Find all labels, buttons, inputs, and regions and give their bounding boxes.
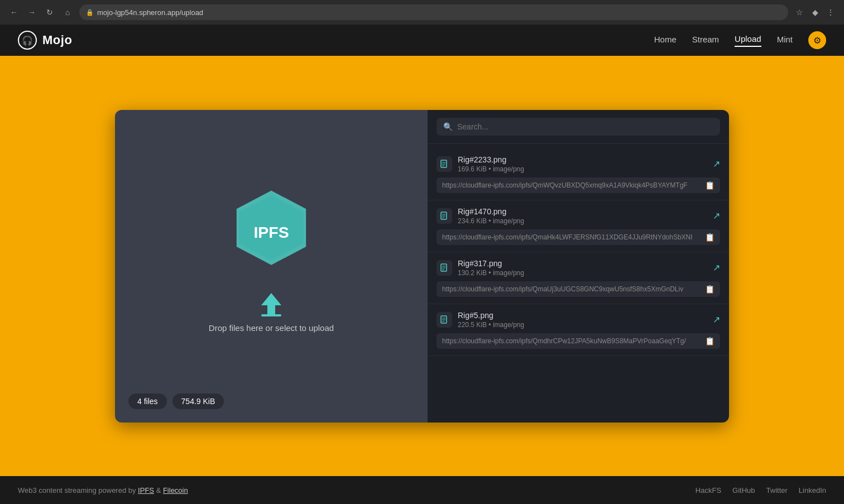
file-url: https://cloudflare-ipfs.com/ipfs/QmaHk4L… bbox=[442, 233, 701, 241]
copy-icon[interactable]: 📋 bbox=[705, 337, 714, 345]
file-icon bbox=[437, 260, 452, 276]
forward-button[interactable]: → bbox=[25, 5, 39, 20]
file-url: https://cloudflare-ipfs.com/ipfs/QmaUj3u… bbox=[442, 285, 701, 293]
search-wrapper: 🔍 bbox=[437, 118, 720, 136]
file-url: https://cloudflare-ipfs.com/ipfs/QmdhrCP… bbox=[442, 337, 701, 345]
address-bar[interactable]: 🔒 mojo-lgp54n.spheron.app/upload bbox=[79, 4, 788, 20]
nav-home[interactable]: Home bbox=[654, 35, 677, 46]
file-name: Rig#2233.png bbox=[458, 155, 524, 164]
svg-text:IPFS: IPFS bbox=[253, 223, 289, 241]
main-content: IPFS Drop files here or select to upload… bbox=[0, 56, 844, 476]
logo-icon: 🎧 bbox=[18, 31, 37, 50]
search-icon: 🔍 bbox=[443, 122, 453, 131]
file-name: Rig#1470.png bbox=[458, 207, 524, 216]
refresh-button[interactable]: ↻ bbox=[42, 5, 57, 20]
file-item[interactable]: Rig#2233.png 169.6 KiB • image/png ↗ htt… bbox=[428, 148, 729, 200]
footer-right: HackFSGitHubTwitterLinkedIn bbox=[696, 486, 826, 495]
file-list: Rig#2233.png 169.6 KiB • image/png ↗ htt… bbox=[428, 144, 729, 423]
drop-text: Drop files here or select to upload bbox=[209, 323, 334, 333]
file-badges: 4 files 754.9 KiB bbox=[128, 393, 224, 409]
ipfs-logo: IPFS bbox=[227, 188, 316, 277]
file-item[interactable]: Rig#5.png 220.5 KiB • image/png ↗ https:… bbox=[428, 304, 729, 356]
file-name: Rig#5.png bbox=[458, 311, 524, 320]
file-url-row: https://cloudflare-ipfs.com/ipfs/QmaHk4L… bbox=[437, 229, 720, 245]
nav-upload[interactable]: Upload bbox=[735, 34, 761, 47]
copy-icon[interactable]: 📋 bbox=[705, 233, 714, 242]
drop-zone[interactable]: IPFS Drop files here or select to upload… bbox=[115, 110, 428, 423]
file-icon bbox=[437, 208, 452, 224]
nav-links: Home Stream Upload Mint ⚙ bbox=[654, 31, 826, 49]
browser-nav: ← → ↻ ⌂ bbox=[7, 5, 75, 20]
file-url-row: https://cloudflare-ipfs.com/ipfs/QmaUj3u… bbox=[437, 281, 720, 297]
file-icon bbox=[437, 312, 452, 328]
search-input[interactable] bbox=[457, 122, 713, 131]
home-button[interactable]: ⌂ bbox=[60, 5, 75, 20]
footer-text: Web3 content streaming powered by bbox=[18, 486, 138, 495]
extension-icon[interactable]: ◆ bbox=[808, 6, 822, 19]
file-icon bbox=[437, 156, 452, 172]
copy-icon[interactable]: 📋 bbox=[705, 181, 714, 190]
gear-icon: ⚙ bbox=[813, 35, 821, 46]
file-name: Rig#317.png bbox=[458, 259, 524, 268]
file-count-badge: 4 files bbox=[128, 393, 167, 409]
footer-link-hackfs[interactable]: HackFS bbox=[696, 486, 721, 495]
copy-icon[interactable]: 📋 bbox=[705, 285, 714, 294]
upload-panel: IPFS Drop files here or select to upload… bbox=[115, 110, 729, 423]
footer-link-linkedin[interactable]: LinkedIn bbox=[799, 486, 826, 495]
file-url-row: https://cloudflare-ipfs.com/ipfs/QmWQvzU… bbox=[437, 177, 720, 193]
bookmark-icon[interactable]: ☆ bbox=[793, 6, 806, 19]
footer-link-twitter[interactable]: Twitter bbox=[766, 486, 788, 495]
file-meta: 130.2 KiB • image/png bbox=[458, 269, 524, 277]
footer-link-github[interactable]: GitHub bbox=[732, 486, 755, 495]
app-logo: 🎧 Mojo bbox=[18, 31, 72, 50]
file-url: https://cloudflare-ipfs.com/ipfs/QmWQvzU… bbox=[442, 181, 701, 189]
menu-icon[interactable]: ⋮ bbox=[824, 6, 837, 19]
browser-chrome: ← → ↻ ⌂ 🔒 mojo-lgp54n.spheron.app/upload… bbox=[0, 0, 844, 25]
external-link-icon[interactable]: ↗ bbox=[713, 210, 720, 221]
lock-icon: 🔒 bbox=[86, 9, 94, 16]
ipfs-link[interactable]: IPFS bbox=[138, 486, 154, 495]
nav-mint[interactable]: Mint bbox=[777, 35, 793, 46]
browser-toolbar: ☆ ◆ ⋮ bbox=[793, 6, 837, 19]
external-link-icon[interactable]: ↗ bbox=[713, 314, 720, 325]
file-list-panel: 🔍 Rig#2233.png bbox=[428, 110, 729, 423]
file-item[interactable]: Rig#317.png 130.2 KiB • image/png ↗ http… bbox=[428, 252, 729, 304]
filecoin-link[interactable]: Filecoin bbox=[163, 486, 188, 495]
file-url-row: https://cloudflare-ipfs.com/ipfs/QmdhrCP… bbox=[437, 333, 720, 349]
search-bar: 🔍 bbox=[428, 110, 729, 144]
external-link-icon[interactable]: ↗ bbox=[713, 159, 720, 169]
external-link-icon[interactable]: ↗ bbox=[713, 262, 720, 273]
file-size-badge: 754.9 KiB bbox=[172, 393, 224, 409]
settings-button[interactable]: ⚙ bbox=[808, 31, 826, 49]
footer-left: Web3 content streaming powered by IPFS &… bbox=[18, 486, 188, 495]
file-meta: 220.5 KiB • image/png bbox=[458, 321, 524, 329]
file-meta: 169.6 KiB • image/png bbox=[458, 165, 524, 173]
app-title: Mojo bbox=[42, 33, 72, 47]
upload-arrow bbox=[261, 293, 281, 316]
footer: Web3 content streaming powered by IPFS &… bbox=[0, 476, 844, 504]
url-text: mojo-lgp54n.spheron.app/upload bbox=[97, 8, 203, 17]
file-meta: 234.6 KiB • image/png bbox=[458, 217, 524, 225]
file-item[interactable]: Rig#1470.png 234.6 KiB • image/png ↗ htt… bbox=[428, 200, 729, 252]
top-navigation: 🎧 Mojo Home Stream Upload Mint ⚙ bbox=[0, 25, 844, 56]
back-button[interactable]: ← bbox=[7, 5, 21, 20]
nav-stream[interactable]: Stream bbox=[692, 35, 719, 46]
